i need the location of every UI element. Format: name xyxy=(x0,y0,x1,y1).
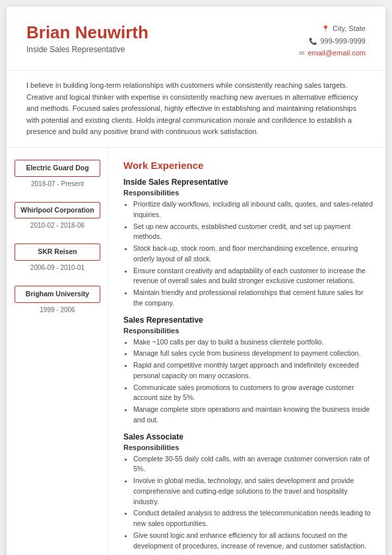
email-item: ✉ email@email.com xyxy=(299,47,366,59)
company-dates-0: 2018-07 - Present xyxy=(15,180,100,187)
bullet-item: Set up new accounts, established custome… xyxy=(133,222,374,243)
location-icon: 📍 xyxy=(321,23,329,34)
job-title-0: Inside Sales Representative xyxy=(123,178,374,187)
location-text: City, State xyxy=(333,22,366,35)
sidebar-edu-0: Brigham University 1999 - 2006 xyxy=(7,286,108,313)
job-block-0: Inside Sales Representative Responsibili… xyxy=(123,178,374,309)
work-edu-wrapper: Electric Guard Dog 2018-07 - Present Whi… xyxy=(7,148,385,555)
content-area: Work Experience Inside Sales Representat… xyxy=(109,148,385,555)
job-title-1: Sales Representative xyxy=(123,315,374,325)
company-name-1: Whirlpool Corporation xyxy=(15,202,100,219)
contact-info: 📍 City, State 📞 999-999-9999 ✉ email@ema… xyxy=(299,22,366,59)
job-block-2: Sales Associate Responsibilities Complet… xyxy=(123,432,374,552)
job-block-1: Sales Representative Responsibilities Ma… xyxy=(123,315,374,426)
candidate-name: Brian Neuwirth xyxy=(26,22,148,43)
header-left: Brian Neuwirth Inside Sales Representati… xyxy=(26,22,148,54)
bullet-item: Complete 30-55 daily cold calls, with an… xyxy=(133,454,374,475)
bullet-item: Manage complete store operations and mai… xyxy=(133,405,374,426)
phone-item: 📞 999-999-9999 xyxy=(299,35,366,48)
sidebar-companies: Electric Guard Dog 2018-07 - Present Whi… xyxy=(7,160,108,271)
sidebar-education: Brigham University 1999 - 2006 xyxy=(7,286,108,313)
bullet-item: Give sound logic and enhance efficiency … xyxy=(133,531,374,552)
sidebar-company-2: SKR Reisen 2006-09 - 2010-01 xyxy=(7,244,108,271)
company-dates-1: 2010-02 - 2018-06 xyxy=(15,222,100,229)
bullet-list-1: Make ~100 calls per day to build a busin… xyxy=(123,337,374,426)
bullet-item: Make ~100 calls per day to build a busin… xyxy=(133,337,374,348)
bullet-item: Conduct detailed analysis to address the… xyxy=(133,508,374,529)
sidebar-company-0: Electric Guard Dog 2018-07 - Present xyxy=(7,160,108,187)
job-title-2: Sales Associate xyxy=(123,432,374,441)
bullet-item: Prioritize daily workflows, including al… xyxy=(133,199,374,220)
bullet-item: Rapid and competitive monthly target app… xyxy=(133,360,374,381)
phone-text: 999-999-9999 xyxy=(320,35,366,48)
bullet-item: Communicate sales promotions to customer… xyxy=(133,383,374,404)
company-name-2: SKR Reisen xyxy=(15,244,100,261)
header-section: Brian Neuwirth Inside Sales Representati… xyxy=(7,7,385,71)
bullet-list-0: Prioritize daily workflows, including al… xyxy=(123,199,374,309)
sidebar: Electric Guard Dog 2018-07 - Present Whi… xyxy=(7,148,109,555)
resp-label-0: Responsibilities xyxy=(123,189,374,197)
location-item: 📍 City, State xyxy=(299,22,366,35)
edu-dates-0: 1999 - 2006 xyxy=(15,306,100,313)
bullet-item: Maintain friendly and professional relat… xyxy=(133,288,374,309)
resume-document: Brian Neuwirth Inside Sales Representati… xyxy=(7,7,385,555)
phone-icon: 📞 xyxy=(309,36,317,47)
bullet-item: Stock back-up, stock room, and floor mer… xyxy=(133,244,374,265)
bullet-list-2: Complete 30-55 daily cold calls, with an… xyxy=(123,454,374,552)
resp-label-2: Responsibilities xyxy=(123,443,374,451)
company-dates-2: 2006-09 - 2010-01 xyxy=(15,264,100,271)
work-experience-section: Work Experience Inside Sales Representat… xyxy=(123,160,374,555)
sidebar-company-1: Whirlpool Corporation 2010-02 - 2018-06 xyxy=(7,202,108,230)
bullet-item: Ensure constant creativity and adaptabil… xyxy=(133,266,374,287)
summary-section: I believe in building long-term relation… xyxy=(7,71,385,148)
work-experience-title: Work Experience xyxy=(123,160,374,171)
email-icon: ✉ xyxy=(299,48,304,59)
email-text: email@email.com xyxy=(308,47,366,59)
resp-label-1: Responsibilities xyxy=(123,327,374,335)
bullet-item: Involve in global media, technology, and… xyxy=(133,476,374,507)
edu-institution-0: Brigham University xyxy=(15,286,100,303)
bullet-item: Manage full sales cycle from business de… xyxy=(133,348,374,359)
candidate-title: Inside Sales Representative xyxy=(26,45,148,54)
company-name-0: Electric Guard Dog xyxy=(15,160,100,177)
jobs-list: Inside Sales Representative Responsibili… xyxy=(123,178,374,551)
summary-text: I believe in building long-term relation… xyxy=(26,81,358,135)
